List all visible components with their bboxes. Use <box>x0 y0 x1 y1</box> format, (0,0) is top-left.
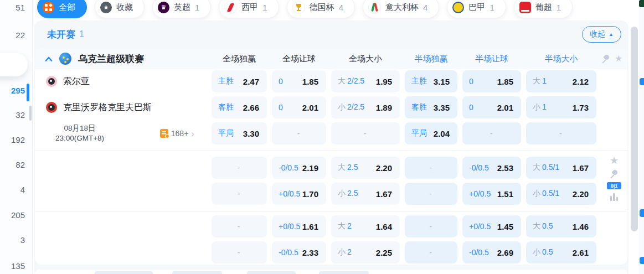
odds-value: 1.85 <box>497 77 513 86</box>
odds-cell[interactable]: 大0.51.46 <box>526 215 596 237</box>
odds-cell-empty: - <box>272 122 326 144</box>
odds-cell[interactable]: 客胜3.35 <box>405 96 457 118</box>
tab-german-cup[interactable]: 德国杯4 <box>287 0 355 18</box>
odds-cell[interactable]: 大12.12 <box>526 70 596 92</box>
odds-cell[interactable]: 01.85 <box>462 70 521 92</box>
odds-cell[interactable]: +0/0.51.61 <box>272 215 326 237</box>
sidebar-league-count[interactable]: 192 <box>11 135 25 144</box>
odds-value: 1.85 <box>302 77 318 86</box>
odds-label: 0 <box>469 103 473 112</box>
sidebar-league-count[interactable]: 205 <box>11 210 25 220</box>
odds-label: +0/0.5 <box>279 189 300 198</box>
tab-count: 1 <box>195 3 199 12</box>
odds-label: 小1 <box>533 102 547 112</box>
league-header-row: 乌克兰超级联赛 全场独赢全场让球全场大小半场独赢半场让球半场大小 ★ <box>35 48 627 69</box>
odds-cell-empty: - <box>405 183 457 205</box>
odds-label-prefix: 大 <box>338 76 346 85</box>
right-edge-cutoff <box>639 0 644 274</box>
german-cup-icon <box>292 1 305 14</box>
odds-cell[interactable]: 平局3.30 <box>212 122 267 144</box>
odds-row: 克里沃罗格克里夫巴斯客胜2.6602.01小2/2.51.89客胜3.3502.… <box>35 96 627 118</box>
odds-label: 大2.5 <box>338 163 358 173</box>
pin-match-icon[interactable] <box>610 169 619 178</box>
odds-cell[interactable]: 主胜3.15 <box>405 70 457 92</box>
sidebar-league-count[interactable]: 32 <box>16 110 25 120</box>
tab-laliga[interactable]: 西甲1 <box>219 0 279 18</box>
odds-cell[interactable]: 小2/2.51.89 <box>331 96 400 118</box>
main-panel: 全部★收藏♛英超1西甲1德国杯4意大利杯4巴甲1葡超1 未开赛 1 收起 ▲ <box>33 0 644 274</box>
odds-cell[interactable]: 大2/2.51.95 <box>331 70 400 92</box>
chevron-right-icon: › <box>191 129 194 138</box>
sidebar-scrollbar-thumb[interactable] <box>29 106 32 121</box>
tab-all-grid[interactable]: 全部 <box>37 0 87 18</box>
odds-cell[interactable]: 大0.5/11.67 <box>526 157 596 179</box>
odds-label: 平局 <box>218 128 234 138</box>
match-time: 23:00(GMT+8) <box>38 133 121 143</box>
odds-value: 2.19 <box>302 163 318 173</box>
tab-portugal-league[interactable]: 葡超1 <box>514 0 573 18</box>
odds-label: 0 <box>469 77 473 86</box>
odds-cell[interactable]: +0/0.51.45 <box>462 215 521 237</box>
odds-cell[interactable]: -0/0.52.69 <box>462 241 521 263</box>
stats-chart-icon[interactable] <box>610 193 619 201</box>
sidebar-league-count[interactable]: 82 <box>16 160 25 169</box>
odds-value: 2.25 <box>376 248 392 257</box>
odds-cell[interactable]: 主胜2.47 <box>212 70 267 92</box>
odds-cell[interactable]: 02.01 <box>462 96 521 118</box>
page-scrollbar-thumb[interactable] <box>631 27 638 231</box>
tab-italy-cup[interactable]: 意大利杯4 <box>363 0 439 18</box>
markets-icon <box>160 129 168 138</box>
column-header-half: 半场独赢 <box>405 54 457 64</box>
odds-cell[interactable]: -0/0.52.53 <box>462 157 521 179</box>
tab-count: 1 <box>490 3 494 12</box>
sidebar-league-count[interactable]: 22 <box>16 30 25 40</box>
odds-cell[interactable]: 大2.52.20 <box>331 157 400 179</box>
tab-brazil-serie-a[interactable]: 巴甲1 <box>447 0 506 18</box>
odds-cell[interactable]: 客胜2.66 <box>212 96 267 118</box>
odds-cell[interactable]: 小22.25 <box>331 241 400 263</box>
odds-row: -+0/0.51.61大21.64-+0/0.51.45大0.51.46 <box>35 215 627 237</box>
odds-cell[interactable]: -0/0.52.33 <box>272 241 326 263</box>
match-meta: 08月18日23:00(GMT+8)168+› <box>38 123 207 143</box>
odds-page: 5122295321928242053135 全部★收藏♛英超1西甲1德国杯4意… <box>0 0 644 274</box>
league-header-rail: ★ <box>601 54 627 63</box>
odds-value: 3.15 <box>434 77 450 86</box>
corner-score-badge[interactable]: 0|1 <box>607 182 621 189</box>
odds-cell[interactable]: 02.01 <box>272 96 326 118</box>
odds-value: 1.95 <box>376 77 392 86</box>
league-sidebar: 5122295321928242053135 <box>0 0 33 274</box>
odds-cell[interactable]: 小11.73 <box>526 96 596 118</box>
tab-premier-league[interactable]: ♛英超1 <box>152 0 211 18</box>
star-icon[interactable]: ★ <box>615 54 622 63</box>
column-header-full: 全场让球 <box>272 54 326 64</box>
sidebar-league-count[interactable]: 295 <box>11 86 25 95</box>
odds-cell[interactable]: 小0.5/12.20 <box>526 183 596 205</box>
premier-league-icon: ♛ <box>158 2 169 13</box>
odds-cell[interactable]: +0/0.51.70 <box>272 183 326 205</box>
odds-cell[interactable]: 小2.51.67 <box>331 183 400 205</box>
odds-cell-empty: - <box>405 157 457 179</box>
favorite-star-icon[interactable]: ★ <box>610 156 619 166</box>
more-markets-link[interactable]: 168+› <box>160 129 194 138</box>
odds-label-prefix: 小 <box>338 189 346 198</box>
sidebar-league-count[interactable]: 3 <box>20 235 25 245</box>
odds-row: -+0/0.51.70小2.51.67-+0/0.51.51小0.5/12.20 <box>35 183 627 205</box>
collapse-league-icon[interactable] <box>45 56 53 61</box>
odds-group: --0/0.52.19大2.52.20--0/0.52.53大0.5/11.67… <box>35 151 627 211</box>
tab-label: 西甲 <box>241 2 258 13</box>
pin-icon[interactable] <box>601 54 610 63</box>
collapse-button[interactable]: 收起 ▲ <box>582 26 621 43</box>
sidebar-league-count[interactable]: 135 <box>11 261 25 271</box>
odds-cell[interactable]: 01.85 <box>272 70 326 92</box>
league-title: 乌克兰超级联赛 <box>38 53 207 65</box>
sidebar-league-count[interactable]: 51 <box>16 3 25 12</box>
tab-favorites-star[interactable]: ★收藏 <box>95 0 145 18</box>
sidebar-selected-bubble[interactable] <box>0 53 28 76</box>
odds-cell[interactable]: 大21.64 <box>331 215 400 237</box>
odds-cell[interactable]: -0/0.52.19 <box>272 157 326 179</box>
odds-cell[interactable]: 小0.52.61 <box>526 241 596 263</box>
odds-cell[interactable]: +0/0.51.51 <box>462 183 521 205</box>
odds-cell-empty: - <box>526 122 596 144</box>
sidebar-league-count[interactable]: 4 <box>20 185 25 194</box>
odds-cell[interactable]: 平局2.04 <box>405 122 457 144</box>
